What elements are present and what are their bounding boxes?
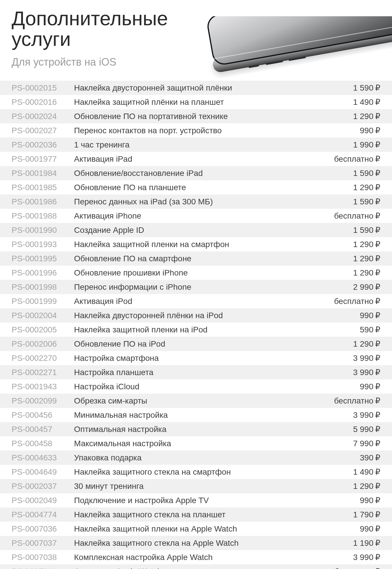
- table-row: PS-000457Оптимальная настройка5 990₽: [0, 422, 392, 436]
- ruble-icon: ₽: [375, 382, 380, 391]
- service-price: 1 590₽: [353, 168, 380, 178]
- service-name: Обновление/восстановление iPad: [74, 169, 353, 178]
- service-sku: PS-0001986: [12, 197, 74, 206]
- service-price: 1 790₽: [353, 510, 380, 519]
- table-row: PS-0004633Упаковка подарка390₽: [0, 451, 392, 465]
- ruble-icon: ₽: [375, 339, 380, 349]
- table-row: PS-0007041Активация Apple Watchбесплатно…: [0, 564, 392, 569]
- service-price: 1 990₽: [353, 140, 380, 150]
- price-value: 1 490: [353, 98, 373, 107]
- service-price: 1 490₽: [353, 97, 380, 107]
- service-name: Активация iPad: [74, 154, 334, 164]
- table-row: PS-0001986Перенос данных на iPad (за 300…: [0, 195, 392, 209]
- ruble-icon: ₽: [375, 524, 380, 534]
- service-price: 990₽: [360, 496, 380, 505]
- ruble-icon: ₽: [375, 368, 380, 377]
- price-value: 1 590: [353, 197, 373, 206]
- ruble-icon: ₽: [375, 97, 380, 107]
- price-value: 990: [360, 126, 373, 135]
- price-value: 1 590: [353, 169, 373, 178]
- table-row: PS-0001985Обновление ПО на планшете1 290…: [0, 180, 392, 195]
- ruble-icon: ₽: [375, 183, 380, 192]
- ruble-icon: ₽: [375, 467, 380, 477]
- service-sku: PS-0002036: [12, 140, 74, 150]
- service-name: Наклейка защитной плёнки на планшет: [74, 98, 353, 107]
- table-row: PS-0001988Активация iPhoneбесплатно₽: [0, 209, 392, 223]
- price-value: 1 290: [353, 268, 373, 277]
- price-value: 590: [360, 325, 373, 334]
- service-price: 5 990₽: [353, 424, 380, 434]
- services-table: PS-0002015Наклейка двусторонней защитной…: [0, 81, 392, 569]
- ruble-icon: ₽: [375, 353, 380, 363]
- service-name: Перенос контактов на порт. устройство: [74, 126, 360, 135]
- service-price: 1 590₽: [353, 83, 380, 93]
- price-value: 1 990: [353, 140, 373, 149]
- service-price: бесплатно₽: [334, 396, 380, 406]
- table-row: PS-0002270Настройка смартфона3 990₽: [0, 351, 392, 365]
- table-row: PS-0004774Наклейка защитного стекла на п…: [0, 507, 392, 522]
- service-name: Обновление ПО на портативной технике: [74, 112, 353, 121]
- service-name: Обновление прошивки iPhone: [74, 268, 353, 278]
- table-row: PS-0002016Наклейка защитной плёнки на пл…: [0, 95, 392, 109]
- page-title: Дополнительные услуги: [12, 8, 215, 50]
- service-sku: PS-0001984: [12, 169, 74, 178]
- price-value: 1 590: [353, 226, 373, 235]
- ruble-icon: ₽: [375, 510, 380, 519]
- service-sku: PS-0001985: [12, 183, 74, 192]
- service-name: Обновление ПО на планшете: [74, 183, 353, 192]
- table-row: PS-0001999Активация iPodбесплатно₽: [0, 294, 392, 308]
- table-row: PS-0001943Настройка iCloud990₽: [0, 379, 392, 394]
- service-name: Максимальная настройка: [74, 439, 353, 448]
- table-row: PS-00020361 час тренинга1 990₽: [0, 138, 392, 152]
- service-sku: PS-0001943: [12, 382, 74, 391]
- service-price: 3 990₽: [353, 368, 380, 377]
- ruble-icon: ₽: [375, 396, 380, 406]
- ruble-icon: ₽: [375, 552, 380, 562]
- price-value: 990: [360, 382, 373, 391]
- ruble-icon: ₽: [375, 567, 380, 569]
- price-value: 1 290: [353, 254, 373, 263]
- table-row: PS-0001995Обновление ПО на смартфоне1 29…: [0, 251, 392, 266]
- service-sku: PS-0001995: [12, 254, 74, 263]
- service-name: Наклейка двусторонней плёнки на iPod: [74, 311, 360, 320]
- service-price: 1 190₽: [353, 538, 380, 548]
- table-row: PS-0001977Активация iPadбесплатно₽: [0, 152, 392, 166]
- service-name: Наклейка защитной пленки на Apple Watch: [74, 524, 360, 534]
- service-price: бесплатно₽: [334, 211, 380, 221]
- service-sku: PS-0002005: [12, 325, 74, 334]
- service-price: 990₽: [360, 311, 380, 320]
- price-value: 3 990: [353, 354, 373, 363]
- price-value: 1 290: [353, 183, 373, 192]
- service-name: Обновление ПО на смартфоне: [74, 254, 353, 263]
- service-sku: PS-0002006: [12, 339, 74, 349]
- ruble-icon: ₽: [375, 197, 380, 206]
- service-sku: PS-0002024: [12, 112, 74, 121]
- service-price: 1 290₽: [353, 339, 380, 349]
- service-price: 590₽: [360, 325, 380, 334]
- table-row: PS-0007037Наклейка защитного стекла на A…: [0, 536, 392, 550]
- service-price: 990₽: [360, 382, 380, 391]
- service-name: Перенос данных на iPad (за 300 МБ): [74, 197, 353, 206]
- price-value: бесплатно: [334, 567, 373, 569]
- service-sku: PS-0002270: [12, 354, 74, 363]
- table-row: PS-0007036Наклейка защитной пленки на Ap…: [0, 522, 392, 536]
- ruble-icon: ₽: [375, 296, 380, 306]
- price-value: бесплатно: [334, 154, 373, 163]
- table-row: PS-000458Максимальная настройка7 990₽: [0, 436, 392, 451]
- ruble-icon: ₽: [375, 538, 380, 548]
- service-price: 3 990₽: [353, 552, 380, 562]
- service-sku: PS-0004774: [12, 510, 74, 519]
- ruble-icon: ₽: [375, 126, 380, 135]
- service-name: Настройка смартфона: [74, 354, 353, 363]
- service-price: бесплатно₽: [334, 296, 380, 306]
- service-name: Активация iPhone: [74, 211, 334, 221]
- service-name: Обновление ПО на iPod: [74, 339, 353, 349]
- price-value: бесплатно: [334, 297, 373, 306]
- price-value: 1 790: [353, 510, 373, 519]
- price-value: 990: [360, 496, 373, 505]
- service-price: 2 990₽: [353, 282, 380, 292]
- price-value: 990: [360, 311, 373, 320]
- price-value: 5 990: [353, 425, 373, 434]
- ruble-icon: ₽: [375, 240, 380, 249]
- service-sku: PS-0004649: [12, 467, 74, 477]
